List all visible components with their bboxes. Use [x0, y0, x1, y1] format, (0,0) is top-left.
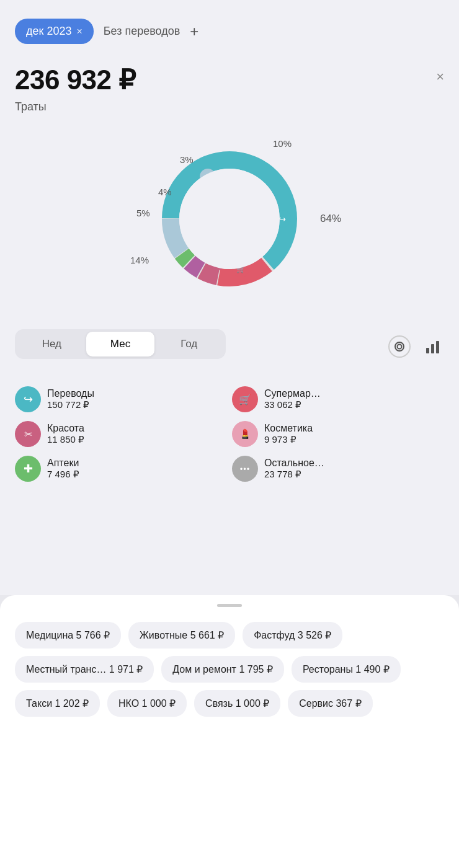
- svg-rect-22: [426, 348, 429, 353]
- pct-3-label: 3%: [180, 154, 194, 165]
- sheet-handle[interactable]: [217, 604, 242, 607]
- view-icons: [388, 335, 444, 358]
- beauty-icon: ✂: [15, 421, 41, 447]
- category-name: Переводы: [47, 388, 94, 399]
- category-item[interactable]: ↪ Переводы 150 772 ₽: [15, 386, 227, 412]
- donut-chart-area: 10% 3% 4% 5% 14% 64%: [15, 126, 444, 312]
- tab-mes[interactable]: Мес: [86, 332, 155, 356]
- tag-medicina[interactable]: Медицина 5 766 ₽: [15, 622, 121, 649]
- category-amount: 23 778 ₽: [264, 469, 324, 480]
- tag-servis[interactable]: Сервис 367 ₽: [288, 690, 372, 717]
- category-amount: 7 496 ₽: [47, 469, 79, 480]
- filter-bar: дек 2023 × Без переводов +: [15, 19, 444, 44]
- tag-dom[interactable]: Дом и ремонт 1 795 ₽: [161, 656, 284, 683]
- pct-10-label: 10%: [273, 138, 292, 149]
- tag-taksi[interactable]: Такси 1 202 ₽: [15, 690, 100, 717]
- svg-rect-23: [431, 344, 434, 353]
- category-amount: 11 850 ₽: [47, 434, 84, 445]
- tag-fastfud[interactable]: Фастфуд 3 526 ₽: [243, 622, 342, 649]
- pct-14-label: 14%: [130, 255, 149, 265]
- period-tabs: Нед Мес Год: [15, 329, 226, 359]
- category-amount: 150 772 ₽: [47, 399, 94, 410]
- svg-point-20: [395, 342, 404, 351]
- active-filter-label: дек 2023: [26, 25, 71, 38]
- category-amount: 33 062 ₽: [264, 399, 321, 410]
- category-item[interactable]: 💄 Косметика 9 973 ₽: [232, 421, 444, 447]
- period-row: Нед Мес Год: [15, 322, 444, 371]
- category-name: Остальное…: [264, 458, 324, 469]
- cosmetics-icon: 💄: [232, 421, 258, 447]
- total-amount: 236 932 ₽: [15, 64, 444, 95]
- add-filter-button[interactable]: +: [190, 23, 198, 40]
- transfers-icon: ↪: [15, 386, 41, 412]
- pct-4-label: 4%: [158, 187, 172, 197]
- filter-close-icon[interactable]: ×: [76, 26, 82, 37]
- pct-5-label: 5%: [136, 208, 150, 218]
- other-icon: •••: [232, 456, 258, 482]
- tag-restorany[interactable]: Рестораны 1 490 ₽: [292, 656, 401, 683]
- category-name: Красота: [47, 423, 84, 434]
- inactive-filter-label[interactable]: Без переводов: [104, 25, 180, 38]
- svg-text:↪: ↪: [279, 215, 286, 224]
- supermarket-icon: 🛒: [232, 386, 258, 412]
- bar-view-icon[interactable]: [422, 335, 444, 358]
- pct-64-label: 64%: [320, 213, 341, 225]
- active-filter-pill[interactable]: дек 2023 ×: [15, 19, 94, 44]
- category-amount: 9 973 ₽: [264, 434, 313, 445]
- category-name: Аптеки: [47, 458, 79, 469]
- category-name: Супермар…: [264, 388, 321, 399]
- tag-zhivotnye[interactable]: Животные 5 661 ₽: [128, 622, 235, 649]
- category-item[interactable]: ••• Остальное… 23 778 ₽: [232, 456, 444, 482]
- category-grid: ↪ Переводы 150 772 ₽ 🛒 Супермар… 33 062 …: [15, 386, 444, 482]
- tag-nko[interactable]: НКО 1 000 ₽: [107, 690, 187, 717]
- tab-ned[interactable]: Нед: [17, 332, 86, 356]
- category-item[interactable]: 🛒 Супермар… 33 062 ₽: [232, 386, 444, 412]
- svg-point-21: [398, 345, 402, 349]
- section-close-button[interactable]: ×: [436, 69, 444, 85]
- svg-rect-24: [436, 341, 439, 353]
- amount-label: Траты: [15, 100, 444, 113]
- svg-point-19: [179, 169, 280, 269]
- donut-chart: 10% 3% 4% 5% 14% 64%: [149, 138, 310, 299]
- tag-svyaz[interactable]: Связь 1 000 ₽: [194, 690, 280, 717]
- donut-svg: ↪ 🛒 ✂ 💄: [149, 138, 310, 299]
- amount-section: 236 932 ₽ ×: [15, 64, 444, 95]
- category-item[interactable]: ✚ Аптеки 7 496 ₽: [15, 456, 227, 482]
- pharmacy-icon: ✚: [15, 456, 41, 482]
- category-item[interactable]: ✂ Красота 11 850 ₽: [15, 421, 227, 447]
- tab-god[interactable]: Год: [154, 332, 223, 356]
- tags-container: Медицина 5 766 ₽ Животные 5 661 ₽ Фастфу…: [15, 622, 444, 717]
- tag-transport[interactable]: Местный транс… 1 971 ₽: [15, 656, 154, 683]
- bottom-sheet: Медицина 5 766 ₽ Животные 5 661 ₽ Фастфу…: [0, 595, 459, 868]
- category-name: Косметика: [264, 423, 313, 434]
- donut-view-icon[interactable]: [388, 335, 411, 358]
